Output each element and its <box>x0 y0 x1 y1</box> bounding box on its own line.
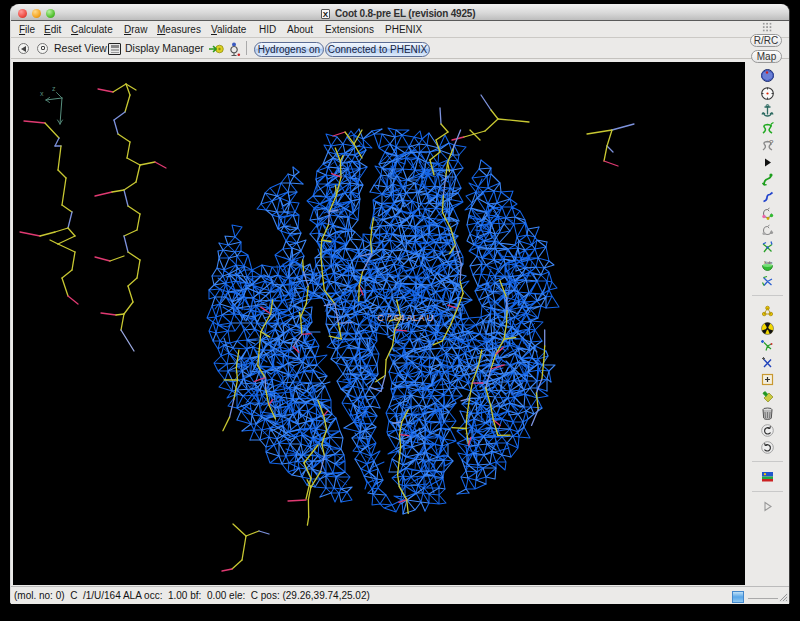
svg-text:C /' 64 ALA U: C /' 64 ALA U <box>377 312 433 323</box>
svg-text:?: ? <box>769 138 774 147</box>
svg-text:Side: Side <box>764 260 773 265</box>
svg-text:x: x <box>40 90 44 97</box>
svg-text:z: z <box>52 85 56 92</box>
